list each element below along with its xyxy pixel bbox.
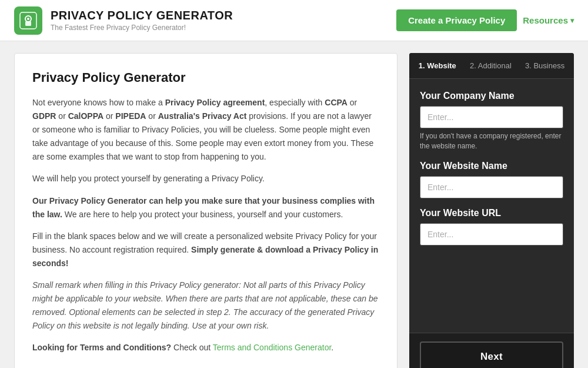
website-url-group: Your Website URL — [420, 208, 563, 246]
remark-paragraph: Small remark when filling in this Privac… — [32, 279, 379, 333]
terms-link[interactable]: Terms and Conditions Generator — [213, 343, 332, 352]
steps-bar: 1. Website 2. Additional 3. Business — [409, 53, 574, 79]
page-heading: Privacy Policy Generator — [32, 70, 379, 85]
next-button[interactable]: Next — [420, 342, 563, 369]
main-content: Privacy Policy Generator Not everyone kn… — [0, 41, 588, 368]
header: PRIVACY POLICY GENERATOR The Fastest Fre… — [0, 0, 588, 41]
svg-rect-0 — [20, 12, 36, 29]
website-url-label: Your Website URL — [420, 208, 563, 218]
step-2[interactable]: 2. Additional — [470, 61, 512, 70]
left-panel: Privacy Policy Generator Not everyone kn… — [14, 53, 397, 368]
website-name-input[interactable] — [420, 176, 563, 198]
header-left: PRIVACY POLICY GENERATOR The Fastest Fre… — [14, 6, 233, 35]
company-name-input[interactable] — [420, 106, 563, 128]
intro-paragraph: Not everyone knows how to make a Privacy… — [32, 96, 379, 164]
next-button-wrapper: Next — [409, 333, 574, 369]
website-url-input[interactable] — [420, 223, 563, 246]
app-title: PRIVACY POLICY GENERATOR — [51, 9, 233, 22]
right-panel: 1. Website 2. Additional 3. Business You… — [409, 53, 574, 368]
header-title-block: PRIVACY POLICY GENERATOR The Fastest Fre… — [51, 9, 233, 32]
terms-paragraph: Looking for Terms and Conditions? Check … — [32, 341, 379, 354]
step-3[interactable]: 3. Business — [525, 61, 564, 70]
company-name-group: Your Company Name If you don't have a co… — [420, 91, 563, 151]
company-name-hint: If you don't have a company registered, … — [420, 131, 563, 151]
app-subtitle: The Fastest Free Privacy Policy Generato… — [51, 24, 233, 32]
svg-point-3 — [27, 18, 29, 20]
svg-rect-2 — [25, 21, 31, 26]
form-area: Your Company Name If you don't have a co… — [409, 79, 574, 333]
step-1[interactable]: 1. Website — [419, 61, 456, 70]
header-right: Create a Privacy Policy Resources — [396, 9, 574, 31]
fill-paragraph: Fill in the blank spaces below and we wi… — [32, 230, 379, 270]
generator-paragraph: Our Privacy Policy Generator can help yo… — [32, 194, 379, 221]
resources-button[interactable]: Resources — [523, 15, 574, 25]
create-policy-button[interactable]: Create a Privacy Policy — [396, 9, 517, 31]
website-name-group: Your Website Name — [420, 161, 563, 198]
logo-icon — [14, 6, 42, 35]
website-name-label: Your Website Name — [420, 161, 563, 171]
company-name-label: Your Company Name — [420, 91, 563, 101]
help-paragraph: We will help you protect yourself by gen… — [32, 172, 379, 185]
